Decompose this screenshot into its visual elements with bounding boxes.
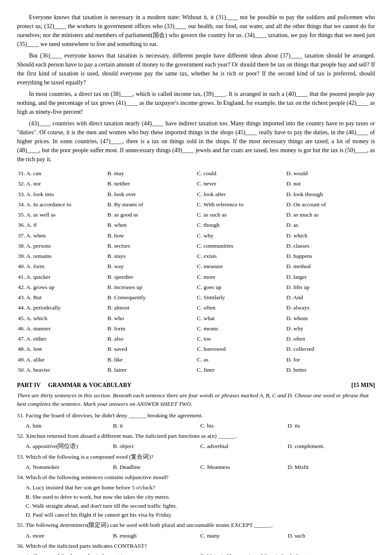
mcq-option: C. look after xyxy=(196,190,285,199)
question-text: 51. Facing the board of directors, he di… xyxy=(17,411,375,420)
mcq-option: 31. A. can xyxy=(17,169,107,178)
mcq-option: 37. A. when xyxy=(17,231,107,240)
passage-para3: In most countries, a direct tax on (38)_… xyxy=(17,90,375,116)
mcq-option: B. also xyxy=(107,334,196,344)
question-text: 52. Xinchun returned from aboard a diffe… xyxy=(17,432,375,440)
mcq-option: C. Similarly xyxy=(196,293,285,302)
answer-option[interactable]: D. such xyxy=(288,532,375,540)
mcq-option: 46. A. manner xyxy=(17,324,107,333)
mcq-option: C. exists xyxy=(196,251,285,261)
mcq-option: B. may xyxy=(107,169,196,178)
mcq-option: D. happens xyxy=(285,251,375,261)
mcq-option: 44. A. periodically xyxy=(17,303,107,312)
mcq-option: D. better xyxy=(285,365,375,375)
mcq-option: C. what xyxy=(196,314,285,323)
mcq-option: 36. A. if xyxy=(17,220,107,230)
answer-option[interactable]: B. object xyxy=(113,442,200,451)
mcq-option: B. stays xyxy=(107,251,196,261)
mcq-option: C. finer xyxy=(196,365,285,375)
mcq-option: B. who xyxy=(107,314,196,323)
answer-option[interactable]: A. She opened the door and quietly went … xyxy=(26,552,200,555)
grammar-question: 51. Facing the board of directors, he di… xyxy=(17,411,375,431)
mcq-option: D. whom xyxy=(285,314,375,323)
mcq-option: C. goes up xyxy=(196,283,285,292)
part4-title: PART IV GRAMMAR & VOCABULARY xyxy=(17,381,131,390)
answer-option[interactable]: C. Meanness xyxy=(200,463,288,471)
answer-option[interactable]: B. Victoria likes music and Sam is fond … xyxy=(200,552,375,555)
answer-option[interactable]: C. many xyxy=(200,532,288,540)
answer-option[interactable]: D. Paul will cancel his flight if he can… xyxy=(26,511,375,519)
answer-option[interactable]: D. its xyxy=(288,422,375,430)
passage-para4: (43)____ countries with direct taxation … xyxy=(17,119,375,164)
part4-instructions: There are thirty sentences in this secti… xyxy=(17,391,375,409)
mcq-option: 39. A. remains xyxy=(17,251,107,261)
answer-option[interactable]: B. enough xyxy=(113,532,200,540)
question-text: 56. Which of the italicized parts indica… xyxy=(17,542,375,550)
mcq-option: D. often xyxy=(285,334,375,344)
answer-option[interactable]: A. Nonsmoker xyxy=(26,463,113,471)
mcq-option: D. classes xyxy=(285,241,375,251)
mcq-option: D. for xyxy=(285,355,375,364)
answer-option[interactable]: A. appositive(同位语) xyxy=(26,442,113,451)
part4-questions-container: 51. Facing the board of directors, he di… xyxy=(17,411,375,555)
answer-option[interactable]: B. it xyxy=(113,422,200,430)
grammar-question: 54. Which of the following sentences con… xyxy=(17,473,375,519)
mcq-option: B. almost xyxy=(107,303,196,312)
mcq-option: C. borrowed xyxy=(196,344,285,354)
mcq-option: D. lifts up xyxy=(285,283,375,292)
mcq-option: 47. A. either xyxy=(17,334,107,344)
sub-options: A. Lucy insisted that her son get home b… xyxy=(26,483,375,519)
answer-option[interactable]: A. Lucy insisted that her son get home b… xyxy=(26,483,375,492)
answer-option[interactable]: B. Deadline xyxy=(113,463,200,471)
reading-passage: Everyone knows that taxation is necessar… xyxy=(17,13,375,164)
question-text: 54. Which of the following sentences con… xyxy=(17,473,375,482)
mcq-option: 34. A. In accordance to xyxy=(17,200,107,209)
mcq-option: B. sectors xyxy=(107,241,196,251)
answer-option[interactable]: C. his xyxy=(200,422,288,430)
mcq-option: B. increases up xyxy=(107,283,196,292)
mcq-option: D. look through xyxy=(285,190,375,199)
mcq-option: B. neither xyxy=(107,179,196,188)
mcq-option: C. means xyxy=(196,324,285,333)
mcq-option: D. which xyxy=(285,231,375,240)
mcq-option: D. not xyxy=(285,179,375,188)
mcq-option: C. communities xyxy=(196,241,285,251)
answer-options-4col: A. NonsmokerB. DeadlineC. MeannessD. Mis… xyxy=(26,463,375,471)
answer-options-4col: A. moreB. enoughC. manyD. such xyxy=(26,532,375,540)
grammar-question: 52. Xinchun returned from aboard a diffe… xyxy=(17,432,375,451)
mcq-option: B. form xyxy=(107,324,196,333)
answer-option[interactable]: A. more xyxy=(26,532,113,540)
mcq-option: B. Consequently xyxy=(107,293,196,302)
answer-option[interactable]: C. adverbial xyxy=(200,442,288,451)
mcq-option: C. as xyxy=(196,355,285,364)
answer-option[interactable]: D. Misfit xyxy=(288,463,375,471)
mcq-option: 41. A. quicker xyxy=(17,272,107,282)
mcq-option: C. could xyxy=(196,169,285,178)
mcq-option: C. though xyxy=(196,220,285,230)
mcq-option: D. as xyxy=(285,220,375,230)
mcq-option: 45. A. which xyxy=(17,314,107,323)
mcq-option: C. too xyxy=(196,334,285,344)
mcq-option: D. would xyxy=(285,169,375,178)
mcq-option: 49. A. alike xyxy=(17,355,107,364)
mcq-option: 35. A. as well as xyxy=(17,210,107,220)
answer-options-4col: A. appositive(同位语)B. objectC. adverbialD… xyxy=(26,442,375,451)
mcq-option: B. as good as xyxy=(107,210,196,220)
mcq-option: D. On account of xyxy=(285,200,375,209)
mcq-option: C. With reference to xyxy=(196,200,285,209)
answer-option[interactable]: C. Walk straight ahead, and don't turn t… xyxy=(26,502,375,510)
mcq-option: C. more xyxy=(196,272,285,282)
answer-option[interactable]: B. She used to drive to work, but now sh… xyxy=(26,493,375,501)
mcq-option: D. always xyxy=(285,303,375,312)
mcq-option: B. By means of xyxy=(107,200,196,209)
mcq-option: D. collected xyxy=(285,344,375,354)
answer-option[interactable]: A. him xyxy=(26,422,113,430)
mcq-option: 33. A. look into xyxy=(17,190,107,199)
grammar-question: 56. Which of the italicized parts indica… xyxy=(17,542,375,555)
mcq-grid: 31. A. canB. mayC. couldD. would32. A. n… xyxy=(17,169,375,375)
answer-option[interactable]: D. complement. xyxy=(288,442,375,451)
mcq-option: B. speedier xyxy=(107,272,196,282)
mcq-option: 38. A. persons xyxy=(17,241,107,251)
passage-para2: But (36)____ everyone knows that taxatio… xyxy=(17,51,375,87)
mcq-option: C. measure xyxy=(196,262,285,271)
